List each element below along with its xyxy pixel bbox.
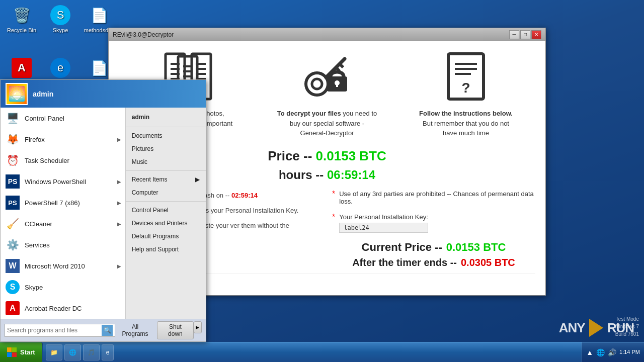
ransom-right-info: * Use of any 3rd parties are prohibited …: [332, 190, 535, 268]
windows-logo-icon: [7, 347, 17, 357]
start-menu-header: 🌅 admin: [1, 80, 206, 108]
bottom-right-controls: All Programs Shut down ▶: [115, 321, 202, 339]
shutdown-area: Shut down ▶: [157, 321, 202, 339]
desktop-icon-skype[interactable]: S Skype: [43, 5, 78, 33]
anyrun-any-text: ANY: [559, 320, 585, 336]
taskbar: Start 📁 🌐 🎵 e ▲ 🌐 🔊 1:14 PM: [0, 342, 644, 362]
maximize-button[interactable]: □: [520, 30, 530, 39]
taskbar-explorer[interactable]: 📁: [46, 344, 62, 360]
menu-item-skype[interactable]: S Skype: [1, 277, 125, 298]
menu-item-services[interactable]: ⚙️ Services: [1, 234, 125, 255]
right-item-default-programs[interactable]: Default Programs: [126, 230, 206, 243]
taskbar-ie[interactable]: 🌐: [64, 344, 81, 360]
bullet-2: * Your Personal Installation Key: label2…: [332, 213, 535, 233]
menu-item-msword[interactable]: W Microsoft Word 2010 ▶: [1, 255, 125, 277]
right-item-pictures[interactable]: Pictures: [126, 142, 206, 155]
menu-item-task-scheduler[interactable]: ⏰ Task Scheduler: [1, 150, 125, 171]
separator-1: [126, 127, 206, 127]
star-icon-1: *: [332, 190, 335, 198]
tray-arrow-icon[interactable]: ▲: [586, 348, 593, 356]
crash-timer: 02:59:14: [231, 192, 258, 199]
arrow-icon-3: ▶: [117, 200, 121, 206]
taskbar-media[interactable]: 🎵: [83, 344, 100, 360]
right-item-music[interactable]: Music: [126, 155, 206, 168]
start-menu-right: admin Documents Pictures Music Recent It…: [126, 108, 206, 319]
arrow-icon-5: ▶: [117, 263, 121, 269]
right-item-documents[interactable]: Documents: [126, 129, 206, 142]
star-icon-2: *: [332, 213, 335, 221]
tray-volume-icon[interactable]: 🔊: [608, 348, 616, 356]
window-controls: ─ □ ✕: [509, 30, 541, 39]
search-button[interactable]: 🔍: [102, 325, 113, 336]
minimize-button[interactable]: ─: [509, 30, 519, 39]
taskbar-apps: 📁 🌐 🎵 e: [43, 342, 582, 362]
current-price-value: 0.0153 BTC: [446, 241, 506, 254]
personal-key: label24: [339, 223, 428, 233]
window-title: REvil@3.0@Decryptor: [113, 31, 509, 38]
right-item-username[interactable]: admin: [126, 110, 206, 125]
after-timer-line: After the timer ends -- 0.0305 BTC: [332, 257, 535, 268]
anyrun-info: Test Mode Windows 7 Build 7601: [614, 315, 639, 338]
menu-item-ccleaner[interactable]: 🧹 CCleaner ▶: [1, 213, 125, 234]
taskbar-edge[interactable]: e: [102, 344, 114, 360]
arrow-icon-2: ▶: [117, 179, 121, 185]
ransom-block-key: To decrypt your files you need to buy ou…: [277, 51, 377, 138]
instructions-icon: ?: [441, 51, 491, 102]
tray-time: 1:14 PM: [619, 348, 640, 356]
start-menu: 🌅 admin 🖥️ Control Panel 🦊 Firefox ▶ ⏰ T…: [0, 79, 206, 342]
shutdown-button[interactable]: Shut down: [157, 321, 194, 339]
desktop-icon-recycle-bin[interactable]: 🗑️ Recycle Bin: [4, 5, 39, 33]
menu-item-powershell[interactable]: PS Windows PowerShell ▶: [1, 171, 125, 192]
right-item-devices[interactable]: Devices and Printers: [126, 217, 206, 230]
start-button[interactable]: Start: [0, 342, 43, 363]
desktop: 🗑️ Recycle Bin S Skype 📄 methodsdire A A…: [0, 0, 644, 362]
menu-item-firefox[interactable]: 🦊 Firefox ▶: [1, 129, 125, 150]
current-price-line: Current Price -- 0.0153 BTC: [332, 241, 535, 254]
arrow-icon: ▶: [117, 137, 121, 142]
taskbar-tray: ▲ 🌐 🔊 1:14 PM: [582, 342, 644, 362]
key-block-text: To decrypt your files you need to buy ou…: [277, 109, 377, 138]
search-area: 🔍: [5, 324, 115, 337]
right-item-control-panel[interactable]: Control Panel: [126, 204, 206, 217]
start-menu-left: 🖥️ Control Panel 🦊 Firefox ▶ ⏰ Task Sche…: [1, 108, 126, 319]
svg-line-23: [340, 64, 343, 67]
svg-point-20: [306, 73, 328, 95]
start-menu-footer: 🔍 All Programs Shut down ▶: [1, 319, 206, 341]
search-box: 🔍: [5, 324, 115, 337]
separator-2: [126, 170, 206, 171]
arrow-icon-4: ▶: [117, 221, 121, 227]
svg-point-21: [312, 79, 322, 89]
ransom-block-instructions: ? Follow the instructions below. But rem…: [416, 51, 516, 138]
start-menu-body: 🖥️ Control Panel 🦊 Firefox ▶ ⏰ Task Sche…: [1, 108, 206, 319]
tray-network-icon[interactable]: 🌐: [596, 348, 605, 356]
menu-item-acrobat[interactable]: A Acrobat Reader DC: [1, 298, 125, 319]
menu-item-control-panel[interactable]: 🖥️ Control Panel: [1, 108, 125, 129]
key-lock-icon: [302, 51, 352, 102]
all-programs-button[interactable]: All Programs: [115, 321, 155, 339]
svg-text:?: ?: [461, 80, 470, 96]
after-timer-value: 0.0305 BTC: [461, 257, 515, 268]
bullet-1: * Use of any 3rd parties are prohibited …: [332, 190, 535, 205]
instructions-block-text: Follow the instructions below. But remem…: [416, 109, 516, 138]
price-btc: 0.0153 BTC: [316, 148, 386, 163]
user-avatar: 🌅: [6, 83, 28, 105]
right-item-computer[interactable]: Computer: [126, 186, 206, 199]
right-item-help[interactable]: Help and Support: [126, 243, 206, 256]
hours-timer-value: 06:59:14: [327, 168, 375, 182]
user-name: admin: [33, 90, 53, 98]
menu-item-powershell-x86[interactable]: PS PowerShell 7 (x86) ▶: [1, 192, 125, 213]
anyrun-play-icon: [589, 319, 603, 337]
close-button[interactable]: ✕: [531, 30, 541, 39]
right-item-recent[interactable]: Recent Items ▶: [126, 173, 206, 186]
shutdown-arrow-button[interactable]: ▶: [194, 321, 202, 333]
search-input[interactable]: [7, 327, 102, 334]
separator-3: [126, 201, 206, 202]
window-titlebar: REvil@3.0@Decryptor ─ □ ✕: [109, 28, 545, 41]
svg-rect-27: [336, 83, 338, 87]
